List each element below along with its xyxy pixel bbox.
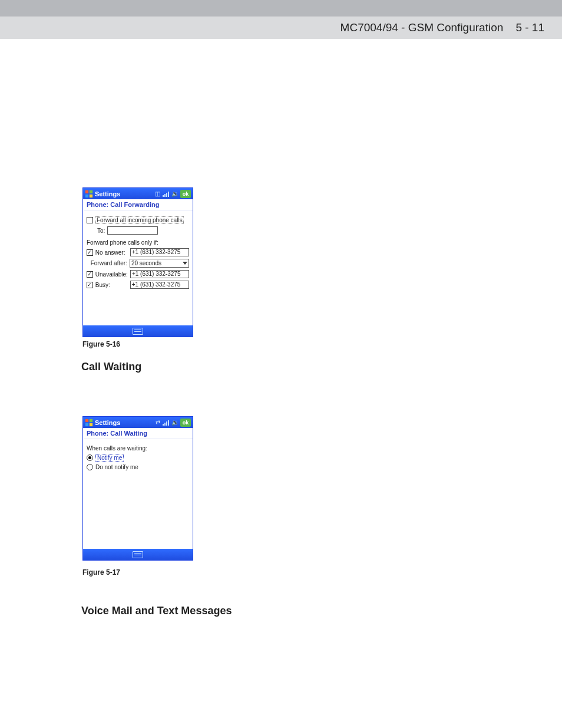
panel-title-2: Phone: Call Waiting [83, 428, 193, 439]
signal-icon [163, 191, 169, 197]
no-answer-row: No answer: +1 (631) 332-3275 [87, 248, 189, 256]
forward-all-checkbox[interactable] [87, 217, 93, 223]
bottom-bar-2 [83, 549, 193, 560]
to-input[interactable] [107, 226, 158, 235]
svg-rect-1 [90, 190, 92, 193]
keyboard-icon[interactable] [133, 551, 143, 558]
forward-after-row: Forward after: 20 seconds [87, 259, 189, 268]
unavailable-label: Unavailable: [95, 271, 128, 278]
only-if-label: Forward phone calls only if: [87, 239, 158, 246]
panel-body-2: When calls are waiting: Notify me Do not… [83, 439, 193, 549]
breadcrumb: MC7004/94 - GSM Configuration [340, 21, 504, 34]
donot-radio[interactable] [87, 464, 93, 470]
svg-rect-2 [85, 194, 88, 197]
chevron-down-icon [183, 262, 187, 265]
no-answer-label: No answer: [95, 249, 128, 256]
titlebar: Settings ◫ 🔉 ok [83, 188, 193, 199]
titlebar-2: Settings ⇄ 🔉 ok [83, 417, 193, 428]
unavailable-row: Unavailable: +1 (631) 332-3275 [87, 270, 189, 278]
busy-checkbox[interactable] [87, 282, 93, 288]
no-answer-input[interactable]: +1 (631) 332-3275 [130, 248, 189, 256]
ok-button-2[interactable]: ok [180, 419, 191, 427]
keyboard-icon[interactable] [133, 328, 143, 335]
busy-input[interactable]: +1 (631) 332-3275 [130, 281, 189, 289]
forward-after-label: Forward after: [87, 260, 127, 266]
panel-body: Forward all incoming phone calls To: For… [83, 210, 193, 325]
header-text: MC7004/94 - GSM Configuration 5 - 11 [340, 21, 544, 34]
forward-after-select[interactable]: 20 seconds [130, 259, 189, 268]
screenshot-call-waiting: Settings ⇄ 🔉 ok Phone: Call Waiting When… [82, 416, 193, 561]
svg-rect-5 [90, 419, 92, 421]
forward-after-value: 20 seconds [131, 260, 161, 266]
page-header: MC7004/94 - GSM Configuration 5 - 11 [0, 17, 562, 39]
svg-rect-3 [90, 194, 92, 197]
start-icon[interactable] [85, 419, 93, 427]
only-if-label-row: Forward phone calls only if: [87, 239, 189, 246]
window-title: Settings [95, 190, 153, 197]
notify-radio[interactable] [87, 454, 93, 461]
svg-rect-6 [85, 423, 88, 426]
svg-rect-7 [90, 423, 92, 426]
page-top-stripe [0, 0, 562, 17]
prompt: When calls are waiting: [87, 445, 147, 452]
figure-caption-1: Figure 5-16 [82, 340, 120, 348]
start-icon[interactable] [85, 190, 93, 198]
page-number: 5 - 11 [515, 21, 544, 34]
busy-row: Busy: +1 (631) 332-3275 [87, 281, 189, 289]
signal-icon [163, 420, 169, 426]
notify-label: Notify me [95, 454, 124, 462]
notify-row: Notify me [87, 454, 189, 462]
svg-rect-0 [85, 190, 88, 193]
section-call-waiting: Call Waiting [81, 361, 141, 373]
bottom-bar [83, 325, 193, 337]
speaker-icon: 🔉 [171, 419, 178, 426]
svg-rect-4 [85, 419, 88, 421]
donot-row: Do not notify me [87, 464, 189, 470]
donot-label: Do not notify me [95, 464, 138, 470]
sync-icon: ⇄ [156, 419, 160, 426]
speaker-icon: 🔉 [171, 190, 178, 197]
unavailable-input[interactable]: +1 (631) 332-3275 [130, 270, 189, 278]
ok-button[interactable]: ok [180, 190, 191, 198]
prompt-row: When calls are waiting: [87, 445, 189, 452]
status-icons-2: ⇄ 🔉 [156, 419, 178, 426]
to-label: To: [97, 228, 105, 234]
unavailable-checkbox[interactable] [87, 271, 93, 278]
forward-all-label: Forward all incoming phone calls [95, 216, 184, 224]
connectivity-icon: ◫ [155, 190, 160, 197]
status-icons: ◫ 🔉 [155, 190, 178, 197]
no-answer-checkbox[interactable] [87, 249, 93, 256]
screenshot-call-forwarding: Settings ◫ 🔉 ok Phone: Call Forwarding F… [82, 187, 193, 337]
panel-title: Phone: Call Forwarding [83, 199, 193, 210]
busy-label: Busy: [95, 282, 128, 288]
window-title-2: Settings [95, 419, 154, 426]
section-voicemail: Voice Mail and Text Messages [81, 605, 232, 617]
figure-caption-2: Figure 5-17 [82, 568, 120, 577]
forward-all-row: Forward all incoming phone calls [87, 216, 189, 224]
to-row: To: [97, 226, 189, 235]
